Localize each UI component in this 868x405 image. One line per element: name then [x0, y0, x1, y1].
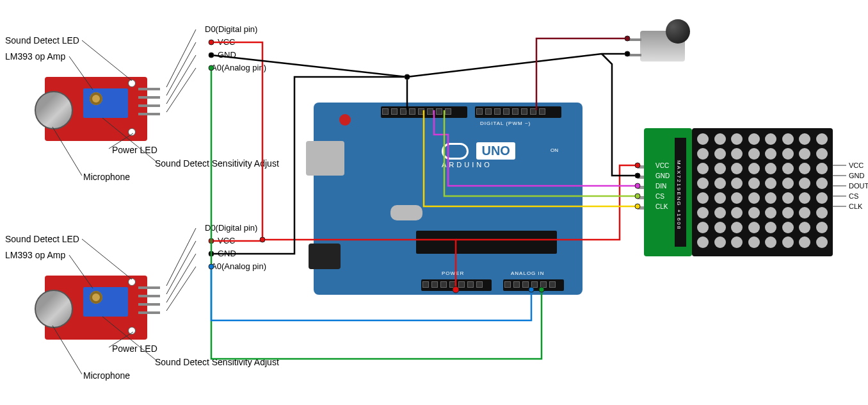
matrix-led-dot — [714, 133, 726, 145]
matrix-led-dot — [765, 192, 776, 204]
arduino-uno: UNO ARDUINO DIGITAL (PWM ~) POWER ANALOG… — [314, 103, 583, 295]
matrix-row — [697, 222, 828, 236]
matrix-led-dot — [748, 133, 760, 145]
svg-point-7 — [405, 74, 410, 79]
sound-sensor-1 — [45, 70, 155, 147]
led-matrix-module: MAX7219ENG +1608 VCC GND DIN CS CLK — [644, 128, 833, 256]
power-led — [128, 327, 136, 335]
matrix-led-dot — [782, 236, 794, 248]
sound1-mic-callout: Microphone — [83, 172, 130, 182]
power-header — [421, 279, 492, 291]
max7219-chip-label: MAX7219ENG +1608 — [676, 160, 682, 230]
arduino-brand-label: ARDUINO — [442, 161, 515, 169]
led-matrix-grid — [692, 128, 833, 256]
matrix-led-dot — [799, 192, 810, 204]
matrix-in-pin — [638, 206, 644, 210]
matrix-led-dot — [765, 207, 776, 219]
matrix-in-pin — [638, 165, 644, 169]
push-button[interactable] — [640, 19, 698, 64]
matrix-in-cs: CS — [655, 193, 664, 200]
matrix-in-pin — [638, 186, 644, 189]
sound-header-pins — [138, 281, 160, 320]
sound1-opamp-callout: LM393 op Amp — [5, 51, 65, 62]
matrix-led-dot — [714, 148, 726, 160]
matrix-led-dot — [697, 207, 709, 219]
matrix-led-dot — [714, 178, 726, 189]
button-cap-icon — [666, 19, 690, 44]
infinity-icon — [442, 143, 469, 160]
matrix-row — [697, 192, 828, 207]
matrix-led-dot — [816, 163, 828, 174]
matrix-led-dot — [714, 236, 726, 248]
matrix-led-dot — [799, 222, 810, 233]
sound2-powerled-callout: Power LED — [112, 343, 157, 354]
svg-point-2 — [260, 237, 265, 242]
matrix-led-dot — [748, 236, 760, 248]
matrix-led-dot — [748, 163, 760, 174]
matrix-led-dot — [697, 163, 709, 174]
matrix-led-dot — [816, 148, 828, 160]
matrix-row — [697, 148, 828, 163]
matrix-row — [697, 207, 828, 222]
pot-screw-icon — [90, 291, 102, 304]
matrix-led-dot — [782, 148, 794, 160]
matrix-led-dot — [731, 148, 743, 160]
matrix-led-dot — [731, 236, 743, 248]
matrix-in-pin — [638, 196, 644, 199]
matrix-row — [697, 163, 828, 178]
matrix-led-dot — [765, 163, 776, 174]
digital-section-label: DIGITAL (PWM ~) — [480, 120, 531, 126]
matrix-led-dot — [816, 178, 828, 189]
matrix-in-pin — [638, 176, 644, 179]
matrix-led-dot — [782, 192, 794, 204]
sound2-a0-label: A0(Analog pin) — [211, 261, 266, 271]
matrix-led-dot — [731, 178, 743, 189]
sound1-a0-label: A0(Analog pin) — [211, 63, 266, 72]
button-leg — [627, 38, 641, 41]
matrix-led-dot — [799, 236, 810, 248]
matrix-led-dot — [782, 178, 794, 189]
digital-header-left — [381, 106, 467, 118]
matrix-led-dot — [799, 148, 810, 160]
matrix-led-dot — [731, 192, 743, 204]
matrix-led-dot — [697, 222, 709, 233]
matrix-led-dot — [816, 192, 828, 204]
atmega-chip-icon — [416, 231, 557, 254]
uno-model-label: UNO — [476, 142, 515, 160]
matrix-led-dot — [816, 207, 828, 219]
power-led — [128, 128, 136, 136]
matrix-led-dot — [765, 178, 776, 189]
sound1-vcc-label: VCC — [218, 37, 235, 47]
matrix-in-gnd: GND — [655, 172, 670, 179]
sound2-led-callout: Sound Detect LED — [5, 234, 79, 244]
matrix-led-dot — [697, 133, 709, 145]
arduino-logo: UNO ARDUINO — [442, 142, 515, 169]
sound-sensor-2 — [45, 269, 155, 346]
matrix-led-dot — [731, 163, 743, 174]
matrix-led-dot — [714, 163, 726, 174]
matrix-in-din: DIN — [655, 183, 666, 190]
matrix-led-dot — [748, 148, 760, 160]
matrix-led-dot — [799, 163, 810, 174]
arduino-pcb — [314, 103, 583, 295]
reset-button[interactable] — [339, 114, 351, 126]
svg-point-6 — [209, 251, 214, 256]
matrix-row — [697, 178, 828, 192]
matrix-led-dot — [765, 222, 776, 233]
matrix-led-dot — [765, 236, 776, 248]
sound1-gnd-label: GND — [218, 50, 236, 60]
sound1-powerled-callout: Power LED — [112, 145, 157, 155]
button-leg — [627, 54, 641, 56]
matrix-out-gnd: GND — [849, 172, 864, 179]
matrix-led-dot — [731, 222, 743, 233]
sound-detect-led — [128, 79, 136, 87]
sound2-sens-callout: Sound Detect Sensitivity Adjust — [155, 357, 279, 367]
microphone-icon — [35, 91, 73, 129]
crystal-icon — [390, 205, 422, 220]
sound2-opamp-callout: LM393 op Amp — [5, 250, 65, 260]
svg-point-1 — [209, 238, 214, 244]
matrix-led-dot — [714, 222, 726, 233]
matrix-out-cs: CS — [849, 192, 858, 200]
matrix-in-clk: CLK — [655, 203, 668, 210]
sound1-d0-label: D0(Digital pin) — [205, 24, 257, 34]
